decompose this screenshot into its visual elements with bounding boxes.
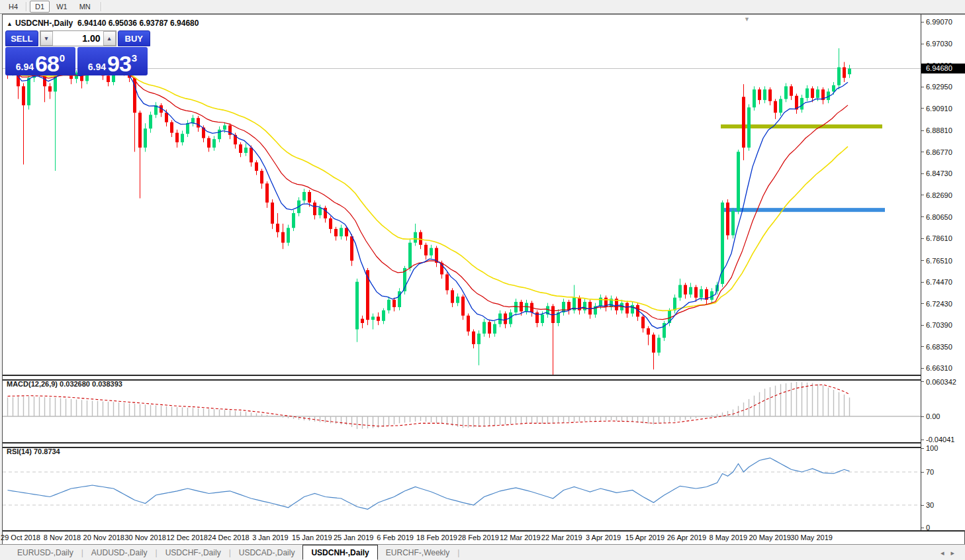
chart-symbol-label: USDCNH-,Daily: [15, 19, 73, 28]
time-axis-label: 22 Mar 2019: [541, 534, 582, 541]
candle-body: [843, 68, 846, 78]
rsi-axis-tick: [921, 448, 924, 449]
macd-values: 0.032680 0.038393: [60, 380, 122, 388]
candle-body: [244, 148, 248, 153]
timeframe-button-d1[interactable]: D1: [30, 1, 50, 13]
time-axis-label: 8 Nov 2018: [44, 534, 81, 541]
chart-tab-usdcad[interactable]: USDCAD-,Daily: [231, 546, 303, 559]
candle-body: [832, 85, 835, 92]
candle-body: [673, 298, 676, 310]
candle-body: [276, 224, 279, 232]
toolbar-separator: [26, 2, 27, 11]
price-axis-label: 6.80650: [926, 213, 952, 221]
time-axis-label: 12 Mar 2019: [500, 534, 541, 541]
rsi-axis-label: 100: [926, 444, 938, 452]
candle-body: [382, 310, 385, 321]
timeframe-button-h4[interactable]: H4: [3, 1, 23, 13]
candle-body: [302, 192, 306, 201]
tab-scroll-right-icon[interactable]: ▸: [950, 549, 961, 557]
chart-tab-eurchf[interactable]: EURCHF-,Weekly: [378, 546, 457, 559]
chart-ohlc-values: 6.94140 6.95036 6.93787 6.94680: [77, 19, 199, 28]
buy-button[interactable]: BUY: [118, 30, 151, 46]
volume-decrease-button[interactable]: ▾: [40, 31, 53, 46]
candle-body: [329, 218, 332, 229]
rsi-axis-label: 0: [926, 524, 930, 532]
time-axis-label: 6 Feb 2019: [377, 534, 414, 541]
price-axis-label: 6.92950: [926, 83, 952, 91]
candle-body: [392, 300, 396, 307]
price-axis-tick: [921, 87, 924, 87]
chart-tab-usdcnh[interactable]: USDCNH-,Daily: [302, 545, 377, 560]
macd-axis-label: -0.04041: [926, 436, 954, 443]
sell-price-point: 0: [60, 47, 65, 70]
chart-title: ▲USDCNH-,Daily 6.94140 6.95036 6.93787 6…: [7, 19, 199, 28]
time-axis-label: 25 Jan 2019: [334, 534, 374, 541]
candle-body: [430, 248, 433, 256]
candle-body: [768, 89, 772, 101]
rsi-indicator-panel[interactable]: [3, 445, 921, 530]
sell-button[interactable]: SELL: [5, 30, 38, 46]
candle-body: [313, 203, 316, 215]
volume-input[interactable]: [53, 31, 103, 46]
buy-price-quote[interactable]: 6.94933: [77, 47, 148, 75]
candle-body: [541, 314, 544, 323]
price-axis-label: 6.76510: [926, 257, 952, 265]
price-axis-label: 6.99070: [926, 18, 952, 26]
time-axis[interactable]: 29 Oct 20188 Nov 201820 Nov 201830 Nov 2…: [3, 532, 964, 544]
candle-body: [625, 303, 629, 314]
sell-price-prefix: 6.94: [16, 60, 34, 73]
price-axis-tick: [921, 346, 924, 347]
price-scale-axis[interactable]: 6.990706.970306.949906.929506.909106.888…: [921, 15, 965, 530]
candle-body: [451, 290, 454, 303]
candle-body: [281, 232, 285, 243]
candle-body: [837, 68, 841, 85]
buy-price-prefix: 6.94: [88, 60, 106, 73]
candle-body: [742, 97, 745, 148]
rsi-axis-tick: [921, 505, 924, 506]
candle-body: [848, 69, 851, 75]
time-axis-label: 20 May 2019: [749, 534, 791, 541]
candle-body: [726, 203, 729, 235]
candle-body: [562, 302, 565, 312]
chart-shift-marker-icon: ▼: [744, 16, 750, 23]
candle-body: [647, 328, 650, 335]
candle-body: [790, 86, 793, 95]
price-axis-tick: [921, 325, 924, 326]
volume-increase-button[interactable]: ▴: [103, 31, 116, 46]
price-axis-tick: [921, 22, 924, 23]
timeframe-button-mn[interactable]: MN: [74, 1, 96, 13]
chart-tab-usdchf[interactable]: USDCHF-,Daily: [158, 546, 229, 559]
price-axis-label: 6.88810: [926, 126, 952, 134]
macd-indicator-panel[interactable]: [3, 378, 921, 442]
price-axis-label: 6.70390: [926, 321, 952, 329]
current-price-box: 6.94680: [921, 64, 965, 73]
buy-price-point: 3: [132, 47, 137, 70]
candle-body: [445, 275, 449, 291]
candle-body: [694, 287, 698, 298]
time-axis-label: 15 Apr 2019: [625, 534, 665, 541]
macd-axis-tick: [921, 381, 924, 382]
candle-body: [467, 316, 470, 332]
candle-body: [175, 133, 179, 142]
candle-body: [811, 89, 814, 98]
candle-body: [414, 232, 417, 243]
candle-body: [488, 322, 491, 334]
sell-price-quote[interactable]: 6.94680: [5, 47, 75, 75]
macd-signal-line: [8, 385, 850, 426]
tab-scroll-left-icon[interactable]: ◂: [941, 549, 951, 557]
chart-window: ▼ ▲USDCNH-,Daily 6.94140 6.95036 6.93787…: [2, 14, 965, 544]
timeframe-button-w1[interactable]: W1: [51, 1, 73, 13]
timeframe-toolbar: H4D1W1MN: [0, 0, 965, 14]
trendline-support-blue[interactable]: [721, 208, 885, 212]
candle-body: [260, 171, 263, 183]
time-axis-label: 28 Feb 2019: [458, 534, 499, 541]
chart-tab-eurusd[interactable]: EURUSD-,Daily: [9, 546, 81, 559]
candle-body: [456, 297, 459, 303]
collapse-panel-icon[interactable]: ▲: [7, 21, 13, 27]
rsi-value: 70.8734: [34, 447, 60, 455]
chart-tab-audusd[interactable]: AUDUSD-,Daily: [83, 546, 156, 559]
price-axis-label: 6.97030: [926, 40, 952, 48]
rsi-axis-tick: [921, 528, 924, 528]
candle-body: [482, 322, 486, 334]
candle-body: [498, 314, 502, 324]
